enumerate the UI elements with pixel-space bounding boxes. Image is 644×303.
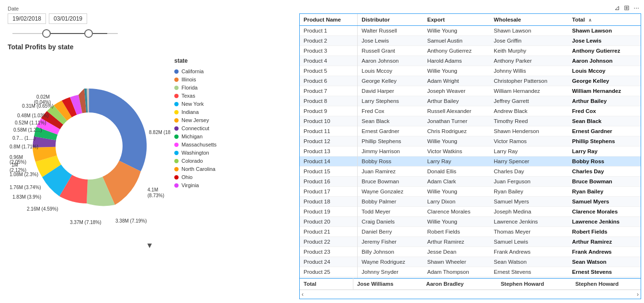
legend-label-texas: Texas [181,93,195,99]
slider-thumb-left[interactable] [42,29,51,38]
table-row[interactable]: Product 12Phillip StephensWillie YoungVi… [300,136,641,146]
wholesale-cell: Anthony Parker [490,56,568,66]
col-header-distributor[interactable]: Distributor [358,14,423,26]
table-row[interactable]: Product 9Fred CoxRussell AlexanderAndrew… [300,106,641,116]
distributor-cell: Jeremy Fisher [358,237,423,247]
product-name-cell: Product 3 [300,46,358,56]
chart-area: 8.82M (18.77%) 4.1M (8.73%) 3.38M (7.19%… [8,53,292,239]
table-row[interactable]: Product 17Wayne GonzalezWillie YoungRyan… [300,187,641,197]
col-header-export[interactable]: Export [423,14,490,26]
legend-florida[interactable]: Florida [174,85,216,90]
distributor-cell: Fred Cox [358,106,423,116]
legend-indiana[interactable]: Indiana [174,109,216,115]
chart-scroll-down[interactable]: ▼ [146,241,154,249]
col-header-wholesale[interactable]: Wholesale [490,14,568,26]
table-row[interactable]: Product 7David HarperJoseph WeaverWillia… [300,86,641,96]
legend-newjersey[interactable]: New Jersey [174,117,216,123]
product-name-cell: Product 22 [300,237,358,247]
legend-virginia[interactable]: Virginia [174,182,216,188]
wholesale-cell: Victor Ramos [490,136,568,146]
date-end[interactable]: 03/01/2019 [49,13,87,24]
export-cell: Jesse Dean [423,247,490,257]
distributor-cell: Todd Meyer [358,207,423,217]
table-row[interactable]: Product 13Jimmy HarrisonVictor WatkinsLa… [300,146,641,157]
legend-dot-indiana [174,110,179,114]
legend-label-virginia: Virginia [181,182,199,188]
legend-washington[interactable]: Washington [174,150,216,156]
distributor-cell: Wayne Rodriguez [358,257,423,267]
table-row[interactable]: Product 15Juan RamirezDonald EllisCharle… [300,167,641,177]
table-row[interactable]: Product 6George KelleyAdam WrightChristo… [300,76,641,86]
table-body: Product 1Walter RussellWillie YoungShawn… [300,26,641,279]
col-header-product[interactable]: Product Name [300,14,358,26]
svg-text:3.37M (7.18%): 3.37M (7.18%) [70,220,102,225]
total-cell: Fred Cox [568,106,641,116]
table-scroll-area[interactable]: Product Name Distributor Export Wholesal… [300,14,641,278]
more-options-icon[interactable]: ··· [633,4,639,11]
wholesale-cell: Shawn Henderson [490,126,568,136]
col-header-total[interactable]: Total ∧ [568,14,641,26]
table-row[interactable]: Product 25Johnny SnyderAdam ThompsonErne… [300,267,641,277]
table-row[interactable]: Product 14Bobby RossLarry RayHarry Spenc… [300,157,641,167]
legend-dot-virginia [174,183,179,188]
table-row[interactable]: Product 4Aaron JohnsonHarold AdamsAnthon… [300,56,641,66]
distributor-cell: Daniel Berry [358,227,423,237]
legend-newyork[interactable]: New York [174,101,216,107]
legend-colorado[interactable]: Colorado [174,158,216,164]
table-row[interactable]: Product 19Todd MeyerClarence MoralesJose… [300,207,641,217]
table-row[interactable]: Product 21Daniel BerryRobert FieldsThoma… [300,227,641,237]
table-row[interactable]: Product 24Wayne RodriguezShawn WheelerSe… [300,257,641,267]
data-table: Product Name Distributor Export Wholesal… [299,13,641,299]
scroll-right-btn[interactable]: › [637,291,639,298]
table-row[interactable]: Product 2Jose LewisSamuel AustinJose Gri… [300,36,641,46]
legend-ohio[interactable]: Ohio [174,174,216,180]
total-cell: Frank Andrews [568,247,641,257]
table-row[interactable]: Product 10Sean BlackJonathan TurnerTimot… [300,116,641,126]
table-row[interactable]: Product 20Craig DanielsWillie YoungLawre… [300,217,641,227]
table-row[interactable]: Product 1Walter RussellWillie YoungShawn… [300,26,641,36]
product-name-cell: Product 9 [300,106,358,116]
legend-massachusetts[interactable]: Massachusetts [174,142,216,147]
svg-text:0.52M (1.11%): 0.52M (1.11%) [15,120,46,125]
scroll-left-btn[interactable]: ‹ [302,291,304,298]
total-cell: Anthony Gutierrez [568,46,641,56]
table-header-row: Product Name Distributor Export Wholesal… [300,14,641,26]
table-row[interactable]: Product 8Larry StephensArthur BaileyJeff… [300,96,641,106]
table-row[interactable]: Product 18Bobby PalmerLarry DixonSamuel … [300,197,641,207]
svg-text:0.02M: 0.02M [36,94,50,100]
legend-connecticut[interactable]: Connecticut [174,125,216,131]
donut-svg: 8.82M (18.77%) 4.1M (8.73%) 3.38M (7.19%… [8,53,170,239]
legend-dot-newyork [174,102,179,106]
slider-thumb-right[interactable] [84,29,93,38]
legend-texas[interactable]: Texas [174,93,216,99]
table-row[interactable]: Product 3Russell GrantAnthony GutierrezK… [300,46,641,56]
products-table: Product Name Distributor Export Wholesal… [300,14,641,278]
table-row[interactable]: Product 23Billy JohnsonJesse DeanFrank A… [300,247,641,257]
product-name-cell: Product 6 [300,76,358,86]
legend-northcarolina[interactable]: North Carolina [174,166,216,172]
table-row[interactable]: Product 22Jeremy FisherArthur RamirezSam… [300,237,641,247]
legend-label-washington: Washington [181,150,209,156]
export-cell: Willie Young [423,66,490,76]
legend-dot-michigan [174,135,179,139]
legend-illinois[interactable]: Illinois [174,77,216,82]
table-view-icon[interactable]: ⊞ [624,4,630,11]
filter-icon[interactable]: ⊿ [614,4,620,11]
table-row[interactable]: Product 5Louis MccoyWillie YoungJohnny W… [300,66,641,76]
export-cell: Anthony Gutierrez [423,46,490,56]
legend-michigan[interactable]: Michigan [174,134,216,139]
total-cell: William Hernandez [568,86,641,96]
total-total: Stephen Howard [571,279,641,290]
product-name-cell: Product 11 [300,126,358,136]
legend-california[interactable]: California [174,68,216,74]
legend-label-indiana: Indiana [181,109,199,115]
table-row[interactable]: Product 11Ernest GardnerChris RodriguezS… [300,126,641,136]
table-row[interactable]: Product 16Bruce BowmanAdam ClarkJuan Fer… [300,177,641,187]
legend-label-northcarolina: North Carolina [181,166,215,172]
wholesale-cell: Thomas Meyer [490,227,568,237]
product-name-cell: Product 7 [300,86,358,96]
date-slider[interactable] [8,28,292,39]
distributor-cell: Larry Stephens [358,96,423,106]
total-cell: Phillip Stephens [568,136,641,146]
date-start[interactable]: 19/02/2018 [8,13,46,24]
